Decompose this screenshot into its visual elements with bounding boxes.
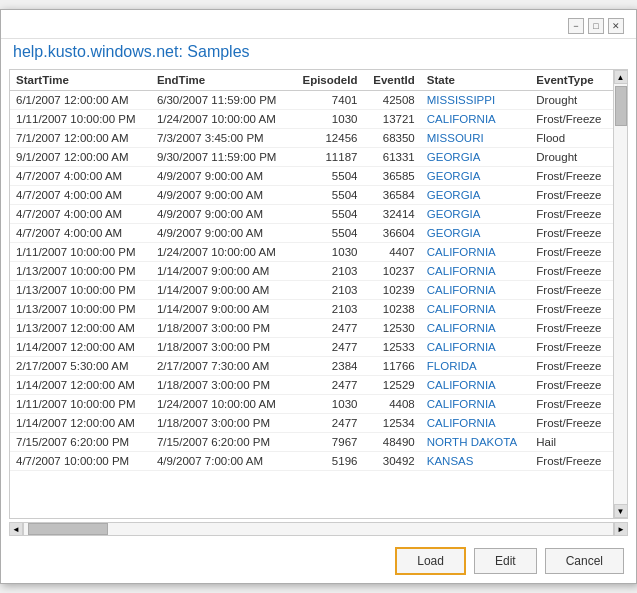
cell-2-2: 12456	[292, 129, 364, 148]
cell-8-4: CALIFORNIA	[421, 243, 531, 262]
scroll-left-arrow[interactable]: ◄	[9, 522, 23, 536]
cell-3-2: 11187	[292, 148, 364, 167]
cell-4-0: 4/7/2007 4:00:00 AM	[10, 167, 151, 186]
table-row: 1/13/2007 10:00:00 PM1/14/2007 9:00:00 A…	[10, 262, 613, 281]
cell-2-0: 7/1/2007 12:00:00 AM	[10, 129, 151, 148]
cell-13-5: Frost/Freeze	[530, 338, 613, 357]
cell-4-5: Frost/Freeze	[530, 167, 613, 186]
cell-18-4: NORTH DAKOTA	[421, 433, 531, 452]
cell-6-0: 4/7/2007 4:00:00 AM	[10, 205, 151, 224]
cell-16-2: 1030	[292, 395, 364, 414]
cell-0-3: 42508	[363, 91, 420, 110]
cell-15-2: 2477	[292, 376, 364, 395]
scroll-up-arrow[interactable]: ▲	[614, 70, 628, 84]
horizontal-scrollbar-row: ◄ ►	[9, 521, 628, 537]
cell-11-1: 1/14/2007 9:00:00 AM	[151, 300, 292, 319]
scroll-thumb[interactable]	[615, 86, 627, 126]
cell-7-1: 4/9/2007 9:00:00 AM	[151, 224, 292, 243]
cell-11-5: Frost/Freeze	[530, 300, 613, 319]
cell-18-5: Hail	[530, 433, 613, 452]
table-row: 1/13/2007 10:00:00 PM1/14/2007 9:00:00 A…	[10, 300, 613, 319]
horiz-scroll-thumb[interactable]	[28, 523, 108, 535]
cell-14-3: 11766	[363, 357, 420, 376]
cell-1-3: 13721	[363, 110, 420, 129]
cell-12-4: CALIFORNIA	[421, 319, 531, 338]
cell-13-2: 2477	[292, 338, 364, 357]
cell-10-5: Frost/Freeze	[530, 281, 613, 300]
cell-7-4: GEORGIA	[421, 224, 531, 243]
cell-8-3: 4407	[363, 243, 420, 262]
cell-16-5: Frost/Freeze	[530, 395, 613, 414]
cell-12-1: 1/18/2007 3:00:00 PM	[151, 319, 292, 338]
cell-19-2: 5196	[292, 452, 364, 471]
cell-13-1: 1/18/2007 3:00:00 PM	[151, 338, 292, 357]
cell-3-5: Drought	[530, 148, 613, 167]
data-table: StartTime EndTime EpisodeId EventId Stat…	[10, 70, 613, 471]
cell-12-0: 1/13/2007 12:00:00 AM	[10, 319, 151, 338]
close-button[interactable]: ✕	[608, 18, 624, 34]
table-container: StartTime EndTime EpisodeId EventId Stat…	[9, 69, 628, 519]
cell-14-1: 2/17/2007 7:30:00 AM	[151, 357, 292, 376]
cell-18-1: 7/15/2007 6:20:00 PM	[151, 433, 292, 452]
cell-9-3: 10237	[363, 262, 420, 281]
cell-2-3: 68350	[363, 129, 420, 148]
cell-10-0: 1/13/2007 10:00:00 PM	[10, 281, 151, 300]
cell-0-2: 7401	[292, 91, 364, 110]
cell-6-2: 5504	[292, 205, 364, 224]
maximize-button[interactable]: □	[588, 18, 604, 34]
cell-8-1: 1/24/2007 10:00:00 AM	[151, 243, 292, 262]
scroll-right-arrow[interactable]: ►	[614, 522, 628, 536]
col-header-state: State	[421, 70, 531, 91]
minimize-button[interactable]: −	[568, 18, 584, 34]
cancel-button[interactable]: Cancel	[545, 548, 624, 574]
cell-17-1: 1/18/2007 3:00:00 PM	[151, 414, 292, 433]
vertical-scrollbar[interactable]: ▲ ▼	[613, 70, 627, 518]
table-row: 4/7/2007 4:00:00 AM4/9/2007 9:00:00 AM55…	[10, 186, 613, 205]
cell-17-3: 12534	[363, 414, 420, 433]
cell-15-3: 12529	[363, 376, 420, 395]
cell-7-3: 36604	[363, 224, 420, 243]
cell-12-2: 2477	[292, 319, 364, 338]
cell-1-1: 1/24/2007 10:00:00 AM	[151, 110, 292, 129]
cell-9-2: 2103	[292, 262, 364, 281]
cell-15-0: 1/14/2007 12:00:00 AM	[10, 376, 151, 395]
cell-17-4: CALIFORNIA	[421, 414, 531, 433]
cell-1-0: 1/11/2007 10:00:00 PM	[10, 110, 151, 129]
cell-9-1: 1/14/2007 9:00:00 AM	[151, 262, 292, 281]
cell-16-0: 1/11/2007 10:00:00 PM	[10, 395, 151, 414]
table-row: 7/1/2007 12:00:00 AM7/3/2007 3:45:00 PM1…	[10, 129, 613, 148]
cell-4-3: 36585	[363, 167, 420, 186]
cell-0-4: MISSISSIPPI	[421, 91, 531, 110]
table-row: 6/1/2007 12:00:00 AM6/30/2007 11:59:00 P…	[10, 91, 613, 110]
cell-1-4: CALIFORNIA	[421, 110, 531, 129]
cell-15-5: Frost/Freeze	[530, 376, 613, 395]
table-row: 4/7/2007 4:00:00 AM4/9/2007 9:00:00 AM55…	[10, 205, 613, 224]
cell-19-5: Frost/Freeze	[530, 452, 613, 471]
cell-15-4: CALIFORNIA	[421, 376, 531, 395]
cell-9-4: CALIFORNIA	[421, 262, 531, 281]
cell-11-0: 1/13/2007 10:00:00 PM	[10, 300, 151, 319]
cell-18-2: 7967	[292, 433, 364, 452]
table-scroll-area[interactable]: StartTime EndTime EpisodeId EventId Stat…	[10, 70, 613, 518]
load-button[interactable]: Load	[395, 547, 466, 575]
cell-3-0: 9/1/2007 12:00:00 AM	[10, 148, 151, 167]
table-row: 1/11/2007 10:00:00 PM1/24/2007 10:00:00 …	[10, 395, 613, 414]
cell-1-5: Frost/Freeze	[530, 110, 613, 129]
table-row: 1/11/2007 10:00:00 PM1/24/2007 10:00:00 …	[10, 243, 613, 262]
cell-4-1: 4/9/2007 9:00:00 AM	[151, 167, 292, 186]
cell-13-4: CALIFORNIA	[421, 338, 531, 357]
cell-6-1: 4/9/2007 9:00:00 AM	[151, 205, 292, 224]
cell-5-1: 4/9/2007 9:00:00 AM	[151, 186, 292, 205]
cell-6-5: Frost/Freeze	[530, 205, 613, 224]
table-row: 9/1/2007 12:00:00 AM9/30/2007 11:59:00 P…	[10, 148, 613, 167]
horiz-scroll-track[interactable]	[23, 522, 614, 536]
cell-18-3: 48490	[363, 433, 420, 452]
table-row: 2/17/2007 5:30:00 AM2/17/2007 7:30:00 AM…	[10, 357, 613, 376]
cell-10-3: 10239	[363, 281, 420, 300]
scroll-down-arrow[interactable]: ▼	[614, 504, 628, 518]
cell-0-0: 6/1/2007 12:00:00 AM	[10, 91, 151, 110]
cell-7-5: Frost/Freeze	[530, 224, 613, 243]
cell-4-4: GEORGIA	[421, 167, 531, 186]
cell-2-5: Flood	[530, 129, 613, 148]
edit-button[interactable]: Edit	[474, 548, 537, 574]
